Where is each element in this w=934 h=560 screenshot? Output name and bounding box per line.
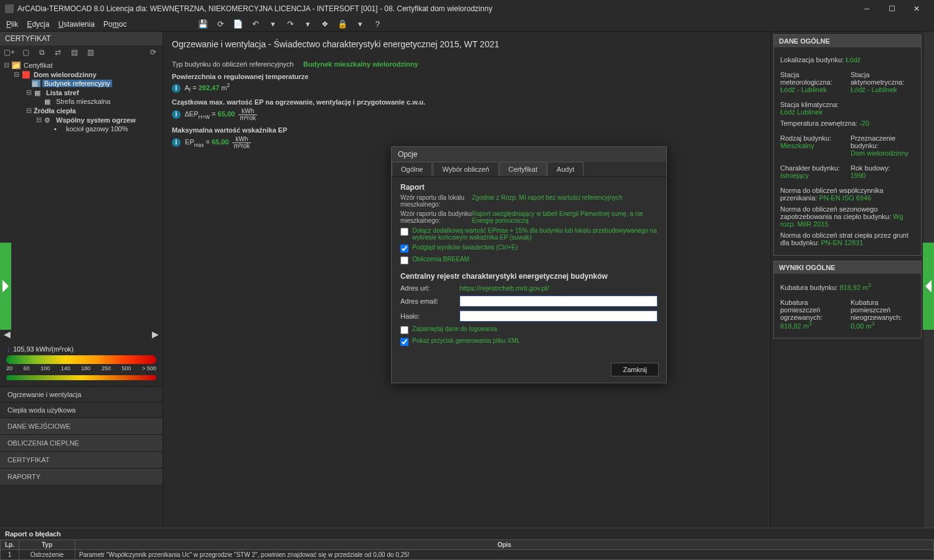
panel-results-title: WYNIKI OGÓLNE <box>774 261 921 274</box>
table-row[interactable]: 1OstrzeżenieParametr "Współczynnik przen… <box>1 550 934 560</box>
section-report: Raport <box>400 183 658 192</box>
energy-scale: ↓105,93 kWh/(m²rok) 2060100140180250500>… <box>0 342 163 386</box>
row-url: Adres url:https://rejestrcheb.mrit.gov.p… <box>400 284 658 292</box>
undo-icon[interactable]: ↶ <box>250 19 261 30</box>
left-nav: Ogrzewanie i wentylacja Ciepła woda użyt… <box>0 386 163 485</box>
refresh-icon[interactable]: ⟳ <box>215 19 226 30</box>
row-kind: Rodzaj budynku:Mieszkalny <box>780 134 844 157</box>
info-icon[interactable]: i <box>172 84 181 93</box>
tree-heat[interactable]: ⊟Źródła ciepła <box>0 106 163 115</box>
maximize-button[interactable]: ☐ <box>879 0 904 17</box>
scale-prev-icon[interactable]: ◀ <box>4 329 11 339</box>
checkbox-remember-input[interactable] <box>400 326 408 334</box>
options-dialog: Opcje Ogólne Wybór obliczeń Certyfikat A… <box>391 146 667 383</box>
lock-dropdown-icon[interactable]: ▾ <box>354 19 366 30</box>
dialog-title: Opcje <box>392 147 666 162</box>
link-icon[interactable]: ⇄ <box>52 47 64 58</box>
next-page-arrow[interactable] <box>923 243 934 330</box>
checkbox-preview[interactable]: Podgląd wyników świadectwa (Ctrl+E) <box>400 244 658 253</box>
row-email: Adres email: <box>400 296 658 307</box>
row-norm-2: Norma do obliczeń sezonowego zapotrzebow… <box>780 205 915 228</box>
dialog-close-button[interactable]: Zamknij <box>611 363 659 376</box>
tab-audit[interactable]: Audyt <box>547 162 583 176</box>
row-aktino: Stacja aktynometryczna:Łódź - Lublinek <box>851 71 915 93</box>
dialog-tabs: Ogólne Wybór obliczeń Certyfikat Audyt <box>392 162 666 177</box>
left-panel-title: CERTYFIKAT <box>0 32 163 45</box>
row-character: Charakter budynku:Istniejący <box>780 164 844 179</box>
row-temp: Temperatura zewnętrzna: -20 <box>780 119 915 127</box>
close-window-button[interactable]: ✕ <box>904 0 929 17</box>
password-field[interactable] <box>460 310 658 322</box>
nav-certificate[interactable]: CERTYFIKAT <box>0 451 163 468</box>
checkbox-remember[interactable]: Zapamiętaj dane do logowania <box>400 325 658 334</box>
info-icon[interactable]: i <box>172 138 181 147</box>
table-header: Lp. Typ Opis <box>1 540 934 550</box>
tree-ref-building[interactable]: ▦Budynek referencyjny <box>0 79 163 88</box>
export-icon[interactable]: 📄 <box>232 19 243 30</box>
tree-root[interactable]: ⊟📁Certyfikat <box>0 60 163 70</box>
app-icon <box>5 4 14 13</box>
info-icon[interactable]: i <box>172 110 181 119</box>
tool1-icon[interactable]: ▤ <box>68 47 80 58</box>
nav-reports[interactable]: RAPORTY <box>0 468 163 485</box>
tree-boiler[interactable]: ▪kocioł gazowy 100% <box>0 124 163 133</box>
redo-icon[interactable]: ↷ <box>285 19 296 30</box>
left-toolbar: ▢+ ▢ ⧉ ⇄ ▤ ▥ ⟳ <box>0 45 163 59</box>
tree-system[interactable]: ⊟⚙Wspólny system ogrzew <box>0 115 163 124</box>
tree-view[interactable]: ⊟📁Certyfikat ⊟🟥Dom wielorodzinny ▦Budyne… <box>0 59 163 327</box>
nav-inputdata[interactable]: DANE WEJŚCIOWE <box>0 418 163 434</box>
scale-value: ↓105,93 kWh/(m²rok) <box>6 344 156 354</box>
nav-hotwater[interactable]: Ciepła woda użytkowa <box>0 402 163 418</box>
checkbox-xml-input[interactable] <box>400 338 408 346</box>
menu-help[interactable]: Pomoc <box>103 20 126 29</box>
menu-settings[interactable]: Ustawienia <box>58 20 95 29</box>
save-icon[interactable]: 💾 <box>197 19 209 30</box>
sync-icon[interactable]: ⟳ <box>148 47 159 58</box>
checkbox-breeam-input[interactable] <box>400 256 408 264</box>
error-table: Lp. Typ Opis 1OstrzeżenieParametr "Współ… <box>0 539 934 560</box>
add2-icon[interactable]: ▢ <box>20 47 31 58</box>
panel-general-data: DANE OGÓLNE Lokalizacja budynku: Łódź St… <box>773 34 922 256</box>
prev-page-arrow[interactable] <box>0 243 11 330</box>
nav-heating[interactable]: Ogrzewanie i wentylacja <box>0 386 163 402</box>
layers-icon[interactable]: ❖ <box>319 19 331 30</box>
row-ep-partial: Cząstkowa max. wartość EP na ogrzewanie,… <box>172 98 762 121</box>
tab-certificate[interactable]: Certyfikat <box>499 162 547 176</box>
row-area: Powierzchnia o regulowanej temperaturze … <box>172 73 762 93</box>
tab-calc[interactable]: Wybór obliczeń <box>433 162 498 176</box>
arrow-down-icon: ↓ <box>6 344 11 354</box>
menu-edit[interactable]: Edycja <box>27 20 49 29</box>
panel-general-title: DANE OGÓLNE <box>774 35 921 47</box>
checkbox-breeam[interactable]: Obliczenia BREEAM <box>400 256 658 264</box>
scale-bar <box>6 355 156 364</box>
page-title: Ogrzewanie i wentylacja - Świadectwo cha… <box>163 32 770 53</box>
checkbox-preview-input[interactable] <box>400 245 408 253</box>
copy-icon[interactable]: ⧉ <box>36 47 47 58</box>
help-icon[interactable]: ? <box>372 19 383 30</box>
lock-icon[interactable]: 🔒 <box>337 19 348 30</box>
row-password: Hasło: <box>400 310 658 322</box>
undo-dropdown-icon[interactable]: ▾ <box>267 19 278 30</box>
tree-zone-1[interactable]: ▦Strefa mieszkalna <box>0 97 163 106</box>
center-panel: Ogrzewanie i wentylacja - Świadectwo cha… <box>163 32 770 528</box>
redo-dropdown-icon[interactable]: ▾ <box>302 19 313 30</box>
row-location: Lokalizacja budynku: Łódź <box>780 56 915 63</box>
checkbox-epmax[interactable]: Dołącz dodatkową wartość EPmax + 15% dla… <box>400 227 658 241</box>
scale-next-icon[interactable]: ▶ <box>152 329 159 339</box>
checkbox-xml[interactable]: Pokaż przycisk generowania pliku XML <box>400 337 658 346</box>
menu-file[interactable]: Plik <box>6 20 18 29</box>
error-report-title: Raport o błędach <box>0 528 934 539</box>
row-volume: Kubatura budynku: 818,92 m3 <box>780 282 915 291</box>
tab-general[interactable]: Ogólne <box>392 162 432 176</box>
titlebar: ArCADia-TERMOCAD 8.0 Licencja dla: WEWNĘ… <box>0 0 934 17</box>
add-icon[interactable]: ▢+ <box>4 47 15 58</box>
nav-thermal[interactable]: OBLICZENIA CIEPLNE <box>0 434 163 451</box>
scale-bar-2 <box>6 375 156 380</box>
menubar: Plik Edycja Ustawienia Pomoc 💾 ⟳ 📄 ↶ ▾ ↷… <box>0 17 934 32</box>
tree-zones[interactable]: ⊟▦Lista stref <box>0 88 163 97</box>
minimize-button[interactable]: ─ <box>854 0 879 17</box>
checkbox-epmax-input[interactable] <box>400 228 408 236</box>
email-field[interactable] <box>460 296 658 307</box>
tool2-icon[interactable]: ▥ <box>85 47 96 58</box>
tree-house[interactable]: ⊟🟥Dom wielorodzinny <box>0 70 163 79</box>
